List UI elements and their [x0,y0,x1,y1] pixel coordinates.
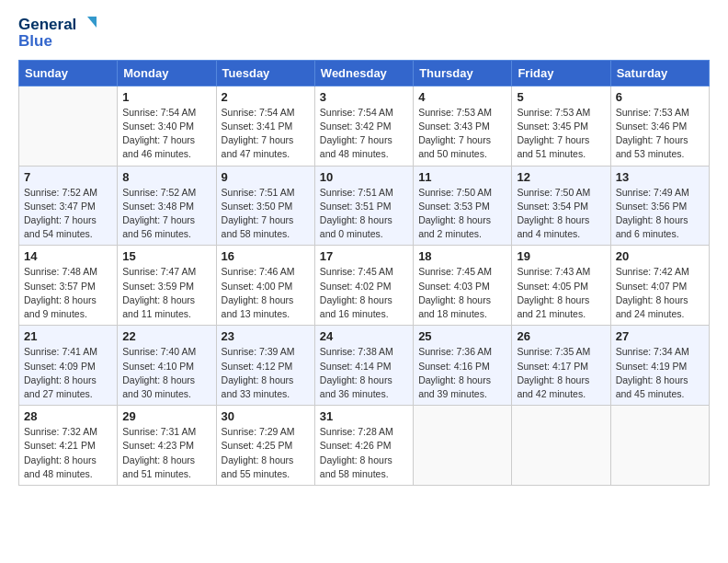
day-number: 30 [222,409,310,423]
day-number: 22 [122,329,210,343]
day-number: 25 [418,329,506,343]
day-number: 18 [418,249,506,263]
day-info: Sunrise: 7:29 AMSunset: 4:25 PMDaylight:… [222,425,310,481]
day-number: 14 [24,249,112,263]
day-number: 28 [24,409,112,423]
day-cell: 24Sunrise: 7:38 AMSunset: 4:14 PMDayligh… [314,326,413,406]
day-cell: 5Sunrise: 7:53 AMSunset: 3:45 PMDaylight… [512,86,610,166]
week-row-4: 21Sunrise: 7:41 AMSunset: 4:09 PMDayligh… [19,326,710,406]
day-cell: 8Sunrise: 7:52 AMSunset: 3:48 PMDaylight… [118,166,216,246]
day-info: Sunrise: 7:50 AMSunset: 3:54 PMDaylight:… [517,186,605,242]
week-row-3: 14Sunrise: 7:48 AMSunset: 3:57 PMDayligh… [19,246,710,326]
day-number: 9 [222,170,310,184]
week-row-1: 1Sunrise: 7:54 AMSunset: 3:40 PMDaylight… [19,86,710,166]
day-cell: 27Sunrise: 7:34 AMSunset: 4:19 PMDayligh… [610,326,709,406]
day-number: 26 [517,329,605,343]
week-row-2: 7Sunrise: 7:52 AMSunset: 3:47 PMDaylight… [19,166,710,246]
day-cell: 29Sunrise: 7:31 AMSunset: 4:23 PMDayligh… [118,406,216,486]
day-info: Sunrise: 7:52 AMSunset: 3:47 PMDaylight:… [24,186,112,242]
day-cell: 12Sunrise: 7:50 AMSunset: 3:54 PMDayligh… [512,166,610,246]
day-cell: 23Sunrise: 7:39 AMSunset: 4:12 PMDayligh… [216,326,314,406]
day-info: Sunrise: 7:43 AMSunset: 4:05 PMDaylight:… [517,265,605,321]
day-cell: 4Sunrise: 7:53 AMSunset: 3:43 PMDaylight… [414,86,512,166]
day-info: Sunrise: 7:36 AMSunset: 4:16 PMDaylight:… [418,345,506,401]
day-cell [414,406,512,486]
day-cell: 30Sunrise: 7:29 AMSunset: 4:25 PMDayligh… [216,406,314,486]
day-cell: 16Sunrise: 7:46 AMSunset: 4:00 PMDayligh… [216,246,314,326]
day-cell: 15Sunrise: 7:47 AMSunset: 3:59 PMDayligh… [118,246,216,326]
day-number: 7 [24,170,112,184]
day-info: Sunrise: 7:54 AMSunset: 3:40 PMDaylight:… [122,106,210,162]
day-number: 19 [517,249,605,263]
logo-text-general: General [18,17,76,34]
day-info: Sunrise: 7:51 AMSunset: 3:51 PMDaylight:… [320,186,408,242]
day-cell: 21Sunrise: 7:41 AMSunset: 4:09 PMDayligh… [19,326,118,406]
day-cell: 18Sunrise: 7:45 AMSunset: 4:03 PMDayligh… [414,246,512,326]
weekday-header-thursday: Thursday [414,60,512,86]
weekday-header-sunday: Sunday [19,60,118,86]
day-number: 23 [222,329,310,343]
day-info: Sunrise: 7:54 AMSunset: 3:42 PMDaylight:… [320,106,408,162]
day-number: 4 [418,90,506,104]
day-number: 15 [122,249,210,263]
day-info: Sunrise: 7:42 AMSunset: 4:07 PMDaylight:… [616,265,704,321]
day-number: 5 [517,90,605,104]
day-cell: 1Sunrise: 7:54 AMSunset: 3:40 PMDaylight… [118,86,216,166]
day-cell: 11Sunrise: 7:50 AMSunset: 3:53 PMDayligh… [414,166,512,246]
day-cell [512,406,610,486]
day-number: 6 [616,90,704,104]
day-info: Sunrise: 7:49 AMSunset: 3:56 PMDaylight:… [616,186,704,242]
day-number: 17 [320,249,408,263]
weekday-header-friday: Friday [512,60,610,86]
weekday-header-tuesday: Tuesday [216,60,314,86]
day-cell: 20Sunrise: 7:42 AMSunset: 4:07 PMDayligh… [610,246,709,326]
day-cell: 10Sunrise: 7:51 AMSunset: 3:51 PMDayligh… [314,166,413,246]
day-info: Sunrise: 7:47 AMSunset: 3:59 PMDaylight:… [122,265,210,321]
svg-marker-0 [87,17,97,28]
day-cell: 9Sunrise: 7:51 AMSunset: 3:50 PMDaylight… [216,166,314,246]
weekday-header-wednesday: Wednesday [314,60,413,86]
day-number: 24 [320,329,408,343]
day-cell: 28Sunrise: 7:32 AMSunset: 4:21 PMDayligh… [19,406,118,486]
day-number: 27 [616,329,704,343]
day-number: 10 [320,170,408,184]
day-info: Sunrise: 7:32 AMSunset: 4:21 PMDaylight:… [24,425,112,481]
day-number: 31 [320,409,408,423]
day-number: 11 [418,170,506,184]
day-number: 16 [222,249,310,263]
day-cell: 31Sunrise: 7:28 AMSunset: 4:26 PMDayligh… [314,406,413,486]
day-info: Sunrise: 7:40 AMSunset: 4:10 PMDaylight:… [122,345,210,401]
week-row-5: 28Sunrise: 7:32 AMSunset: 4:21 PMDayligh… [19,406,710,486]
day-info: Sunrise: 7:51 AMSunset: 3:50 PMDaylight:… [222,186,310,242]
day-cell: 22Sunrise: 7:40 AMSunset: 4:10 PMDayligh… [118,326,216,406]
weekday-header-row: SundayMondayTuesdayWednesdayThursdayFrid… [19,60,710,86]
day-number: 3 [320,90,408,104]
day-number: 2 [222,90,310,104]
day-cell: 7Sunrise: 7:52 AMSunset: 3:47 PMDaylight… [19,166,118,246]
day-info: Sunrise: 7:35 AMSunset: 4:17 PMDaylight:… [517,345,605,401]
logo: General Blue [18,15,97,51]
day-cell: 14Sunrise: 7:48 AMSunset: 3:57 PMDayligh… [19,246,118,326]
day-number: 8 [122,170,210,184]
day-cell [610,406,709,486]
day-info: Sunrise: 7:45 AMSunset: 4:02 PMDaylight:… [320,265,408,321]
weekday-header-monday: Monday [118,60,216,86]
day-number: 13 [616,170,704,184]
day-info: Sunrise: 7:41 AMSunset: 4:09 PMDaylight:… [24,345,112,401]
day-info: Sunrise: 7:50 AMSunset: 3:53 PMDaylight:… [418,186,506,242]
day-cell: 25Sunrise: 7:36 AMSunset: 4:16 PMDayligh… [414,326,512,406]
day-cell: 17Sunrise: 7:45 AMSunset: 4:02 PMDayligh… [314,246,413,326]
day-cell: 3Sunrise: 7:54 AMSunset: 3:42 PMDaylight… [314,86,413,166]
day-number: 20 [616,249,704,263]
day-cell: 2Sunrise: 7:54 AMSunset: 3:41 PMDaylight… [216,86,314,166]
day-info: Sunrise: 7:53 AMSunset: 3:43 PMDaylight:… [418,106,506,162]
day-cell: 26Sunrise: 7:35 AMSunset: 4:17 PMDayligh… [512,326,610,406]
day-info: Sunrise: 7:45 AMSunset: 4:03 PMDaylight:… [418,265,506,321]
day-info: Sunrise: 7:46 AMSunset: 4:00 PMDaylight:… [222,265,310,321]
day-info: Sunrise: 7:34 AMSunset: 4:19 PMDaylight:… [616,345,704,401]
day-cell: 19Sunrise: 7:43 AMSunset: 4:05 PMDayligh… [512,246,610,326]
day-info: Sunrise: 7:53 AMSunset: 3:46 PMDaylight:… [616,106,704,162]
logo-text-blue: Blue [18,33,52,51]
day-cell: 6Sunrise: 7:53 AMSunset: 3:46 PMDaylight… [610,86,709,166]
day-number: 1 [122,90,210,104]
